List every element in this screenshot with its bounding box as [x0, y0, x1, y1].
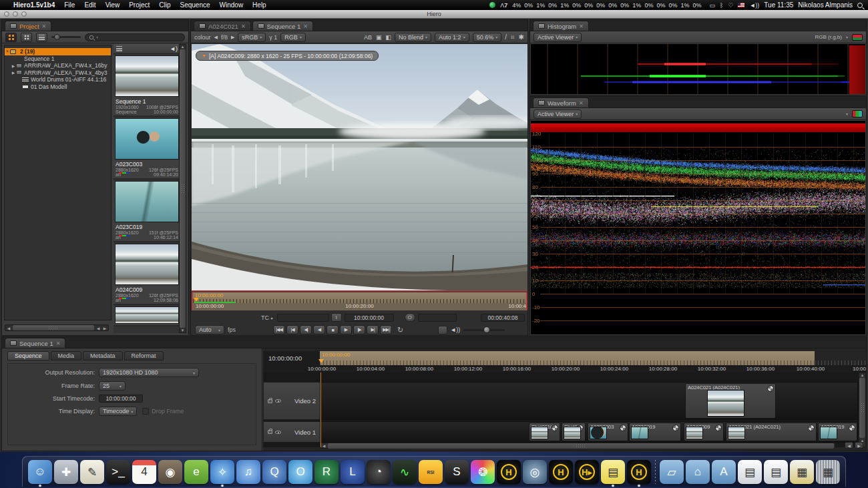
tab-sequence[interactable]: Sequence [7, 351, 49, 360]
scroll-right-button[interactable]: ▶ [855, 442, 863, 449]
bin-row-selected[interactable]: ▼ 2 (19) [5, 48, 111, 55]
bin-row-arriraw-alexa-fw4-x-4by3[interactable]: ▶ARRIRAW_ALEXA_FW4.x_4by3 [5, 69, 111, 77]
dock-icon-stickies[interactable]: ▤ [601, 460, 625, 484]
expander-open-icon[interactable]: ▼ [5, 49, 10, 53]
dock-icon-folder-documents[interactable]: ▱ [660, 460, 684, 484]
dock-icon-hiero[interactable]: H [497, 460, 521, 484]
track-lane[interactable]: Shot0010Shot00A023C003A023C019A024C009A0… [320, 421, 858, 443]
scroll-handle[interactable] [13, 325, 94, 330]
clip-a023c003[interactable]: A023C003 [588, 423, 628, 441]
dock-icon-folder-library[interactable]: ⌂ [686, 460, 710, 484]
clip-a024c021-a024c021-[interactable]: A024C021 (A024C021) [726, 423, 817, 441]
dock-icon-shake[interactable]: S [445, 460, 469, 484]
bin-thumbnail-sequence-1[interactable]: Sequence 11920x10801008f @25FPSSequence1… [114, 55, 180, 117]
display-menu-icon[interactable]: ▭ [709, 2, 715, 9]
lock-icon[interactable] [268, 399, 272, 403]
scroll-up-icon[interactable]: ▲ [180, 45, 186, 49]
dock-icon-trash[interactable]: ▦ [816, 460, 840, 484]
play-backward-button[interactable]: ◀ [313, 325, 325, 334]
speaker-icon[interactable]: ◄)) [450, 326, 460, 333]
dock-icon-rsi-guard[interactable]: RSI [419, 460, 443, 484]
scroll-handle[interactable] [180, 49, 186, 328]
menu-item-sequence[interactable]: Sequence [180, 1, 210, 9]
ruler-tail[interactable] [815, 351, 866, 365]
bin-row-world-drums-01-aiff-44-1-16[interactable]: World Drums 01-AIFF 44.1:16 [5, 76, 111, 83]
rgb-rows-icon[interactable] [852, 34, 863, 41]
dock-icon-stack-documents-1[interactable]: ▤ [738, 460, 762, 484]
scrub-ticks[interactable]: 10:00:00:00 [193, 292, 526, 303]
timeline-v-scrollbar[interactable]: ▲ ▲ ▼ [859, 373, 866, 447]
scroll-left-icon[interactable]: ◀ [95, 326, 101, 330]
tab-metadata[interactable]: Metadata [83, 351, 123, 360]
drop-frame-checkbox[interactable] [142, 408, 149, 415]
channels-dropdown[interactable]: RGB▾ [280, 33, 306, 42]
viewer-info-overlay[interactable]: ▼ [A] A024C009: 2880 x 1620 - 25 FPS - 1… [196, 51, 379, 61]
playhead-line[interactable] [320, 373, 321, 447]
scroll-left-icon[interactable]: ◀ [320, 443, 327, 448]
menu-item-help[interactable]: Help [252, 1, 266, 9]
menu-item-edit[interactable]: Edit [84, 1, 95, 9]
goto-start-button[interactable]: |◀◀ [273, 325, 285, 334]
frame-rate-dropdown[interactable]: 25▾ [99, 381, 126, 391]
clip-shot0010[interactable]: Shot0010 [529, 423, 560, 441]
step-back-button[interactable]: ◀| [300, 325, 312, 334]
dock-icon-quicktime[interactable]: Q [262, 460, 286, 484]
proxy-dropdown[interactable]: Auto 1:2▾ [435, 33, 469, 42]
timeline-h-scrollbar[interactable]: ◀ [320, 443, 835, 449]
stop-button[interactable]: ■ [327, 325, 339, 334]
input-language-flag-icon[interactable] [738, 3, 744, 7]
play-forward-button[interactable]: ▶ [340, 325, 352, 334]
scroll-up-icon[interactable]: ▲ [859, 373, 866, 377]
ruler-active-range[interactable] [320, 351, 815, 365]
scroll-down-icon[interactable]: ▼ [180, 328, 186, 332]
dock-icon-itunes[interactable]: ♫ [236, 460, 260, 484]
menu-clock[interactable]: Tue 11:35 [764, 1, 793, 9]
project-search-input[interactable]: ▾ [85, 33, 185, 41]
effects-badge-icon[interactable] [552, 425, 558, 431]
tc-mode-dropdown[interactable]: TC ▾ [261, 314, 273, 321]
menu-item-clip[interactable]: Clip [159, 1, 170, 9]
effects-badge-icon[interactable] [808, 425, 815, 431]
start-timecode-field[interactable]: 10:00:00:00 [99, 395, 143, 403]
sort-filter-icon[interactable] [116, 46, 122, 51]
output-resolution-dropdown[interactable]: 1920x1080 HD 1080▾ [99, 368, 199, 377]
histogram-mode-label[interactable]: RGB (r,g,b) [815, 34, 842, 40]
clip-a023c019[interactable]: A023C019 [818, 423, 857, 441]
close-icon[interactable]: ✕ [241, 23, 246, 29]
dock-icon-hiero-player[interactable]: H▸ [575, 460, 599, 484]
chevron-down-icon[interactable]: ▾ [846, 35, 848, 39]
gain-value[interactable]: f/8 [221, 34, 228, 41]
chevron-down-icon[interactable]: ▾ [846, 111, 848, 116]
view-small-thumbs-button[interactable] [21, 33, 32, 42]
tab-project[interactable]: Project ✕ [5, 21, 51, 31]
project-h-scrollbar[interactable]: ◀ ◀ ▶ [5, 324, 109, 331]
view-large-thumbs-button[interactable] [5, 33, 17, 42]
app-menu[interactable]: Hiero1.5v1b4 [13, 1, 55, 9]
close-icon[interactable]: ✕ [42, 23, 47, 29]
tab-reformat[interactable]: Reformat [124, 351, 164, 360]
out-timecode-field[interactable] [418, 314, 457, 322]
dock-icon-photo-booth[interactable]: ◉ [158, 460, 182, 484]
gain-next-icon[interactable]: ▶ [231, 35, 234, 40]
in-timecode-field[interactable] [277, 314, 329, 322]
visibility-eye-icon[interactable] [275, 399, 281, 403]
view-list-button[interactable] [36, 33, 47, 42]
step-forward-button[interactable]: |▶ [353, 325, 365, 334]
istat-icon[interactable]: Λ7 [500, 2, 507, 9]
volume-knob[interactable] [483, 326, 490, 333]
dock-icon-disk-utility[interactable]: ✚ [54, 460, 78, 484]
thumbstrip-v-scrollbar[interactable]: ▲ ▼ [179, 44, 186, 333]
tab-media[interactable]: Media [51, 351, 82, 360]
bin-thumbnail-a023c003[interactable]: A023C0032880x1620126f @25FPSari09:40:14:… [114, 118, 180, 180]
dock-icon-davinci-resolve[interactable]: ❂ [471, 460, 495, 484]
dock-icon-nuke[interactable]: ◎ [523, 460, 547, 484]
bin-row-sequence-1[interactable]: Sequence 1 [5, 55, 111, 63]
prev-edit-button[interactable]: |◀ [286, 325, 298, 334]
viewer-image-area[interactable]: ▼ [A] A024C009: 2880 x 1620 - 25 FPS - 1… [192, 44, 527, 290]
guides-icon[interactable]: ⌗ [511, 33, 515, 41]
close-icon[interactable]: ✕ [56, 340, 61, 346]
dock-icon-hiero-2[interactable]: H [549, 460, 573, 484]
clip-shot00[interactable]: Shot00 [562, 423, 586, 441]
dock-icon-safari[interactable]: ✧ [210, 460, 234, 484]
spotlight-icon[interactable] [857, 3, 863, 8]
